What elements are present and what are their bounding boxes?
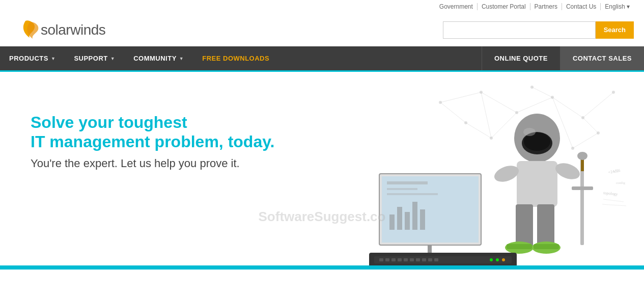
nav-right: ONLINE QUOTE CONTACT SALES xyxy=(482,46,644,70)
svg-rect-50 xyxy=(572,186,593,190)
svg-line-14 xyxy=(552,97,583,118)
hero-image-area: +24dBi config topology xyxy=(339,72,644,265)
search-button[interactable]: Search xyxy=(596,21,634,39)
nav-left: PRODUCTS ▼ SUPPORT ▼ COMMUNITY ▼ FREE DO… xyxy=(0,46,482,70)
svg-point-52 xyxy=(577,152,587,160)
svg-rect-61 xyxy=(416,258,420,261)
svg-rect-63 xyxy=(428,258,432,261)
svg-rect-43 xyxy=(516,204,533,248)
svg-point-39 xyxy=(523,128,536,136)
header: solarwinds Search xyxy=(0,13,644,46)
svg-point-66 xyxy=(496,258,499,261)
svg-line-15 xyxy=(583,92,613,118)
svg-rect-60 xyxy=(410,258,414,261)
search-input[interactable] xyxy=(443,21,596,39)
svg-rect-47 xyxy=(507,244,532,249)
svg-rect-59 xyxy=(404,258,408,261)
svg-line-19 xyxy=(532,87,552,97)
svg-point-65 xyxy=(490,258,493,261)
hero-text: Solve your toughest IT management proble… xyxy=(31,113,274,170)
partners-link[interactable]: Partners xyxy=(530,3,562,10)
search-area: Search xyxy=(443,21,634,39)
svg-line-13 xyxy=(517,97,552,113)
svg-line-71 xyxy=(603,199,624,202)
svg-text:config: config xyxy=(616,181,625,185)
svg-rect-31 xyxy=(405,212,410,230)
svg-rect-55 xyxy=(379,258,383,261)
government-link[interactable]: Government xyxy=(435,3,478,10)
svg-point-41 xyxy=(492,163,521,184)
svg-rect-27 xyxy=(387,188,417,190)
nav-support[interactable]: SUPPORT ▼ xyxy=(65,46,124,70)
hero-subheadline: You're the expert. Let us help you prove… xyxy=(31,157,274,170)
nav-community[interactable]: COMMUNITY ▼ xyxy=(124,46,193,70)
nav-free-downloads[interactable]: FREE DOWNLOADS xyxy=(193,46,278,70)
community-chevron: ▼ xyxy=(179,56,184,61)
svg-line-23 xyxy=(573,133,598,148)
svg-rect-25 xyxy=(382,176,479,243)
svg-line-72 xyxy=(602,204,626,206)
customer-portal-link[interactable]: Customer Portal xyxy=(478,3,530,10)
svg-rect-56 xyxy=(385,258,389,261)
svg-line-11 xyxy=(440,92,481,102)
nav-online-quote[interactable]: ONLINE QUOTE xyxy=(482,46,560,70)
logo-text: solarwinds xyxy=(41,22,105,38)
solarwinds-logo-icon xyxy=(10,18,41,41)
svg-rect-62 xyxy=(422,258,426,261)
svg-line-12 xyxy=(481,92,517,113)
svg-line-16 xyxy=(481,92,491,138)
svg-rect-49 xyxy=(580,158,584,245)
svg-text:topology: topology xyxy=(603,191,618,196)
svg-rect-64 xyxy=(434,258,438,261)
svg-rect-48 xyxy=(534,244,559,249)
svg-rect-26 xyxy=(387,181,428,184)
bottom-bar xyxy=(0,265,644,270)
svg-rect-57 xyxy=(391,258,396,261)
svg-line-20 xyxy=(466,123,491,138)
svg-point-67 xyxy=(502,258,505,261)
hero-section: Solve your toughest IT management proble… xyxy=(0,72,644,265)
hero-headline: Solve your toughest IT management proble… xyxy=(31,113,274,152)
svg-rect-29 xyxy=(389,214,395,230)
language-selector[interactable]: English ▾ xyxy=(601,3,634,10)
svg-point-42 xyxy=(553,160,582,182)
svg-rect-30 xyxy=(397,207,402,230)
svg-rect-28 xyxy=(387,193,438,195)
navbar: PRODUCTS ▼ SUPPORT ▼ COMMUNITY ▼ FREE DO… xyxy=(0,46,644,72)
contact-us-link[interactable]: Contact Us xyxy=(562,3,601,10)
svg-text:+24dBi: +24dBi xyxy=(608,168,621,175)
svg-rect-44 xyxy=(537,204,554,248)
nav-products[interactable]: PRODUCTS ▼ xyxy=(0,46,65,70)
svg-line-21 xyxy=(440,102,466,123)
products-chevron: ▼ xyxy=(51,56,55,61)
svg-rect-40 xyxy=(517,161,557,207)
top-bar: Government Customer Portal Partners Cont… xyxy=(0,0,644,13)
svg-line-22 xyxy=(491,113,517,138)
svg-rect-33 xyxy=(420,209,425,230)
svg-rect-32 xyxy=(412,202,417,230)
svg-rect-58 xyxy=(398,258,402,261)
network-background: +24dBi config topology xyxy=(339,72,644,265)
support-chevron: ▼ xyxy=(110,56,115,61)
svg-line-18 xyxy=(583,118,598,133)
logo-area[interactable]: solarwinds xyxy=(10,18,105,41)
nav-contact-sales[interactable]: CONTACT SALES xyxy=(560,46,644,70)
